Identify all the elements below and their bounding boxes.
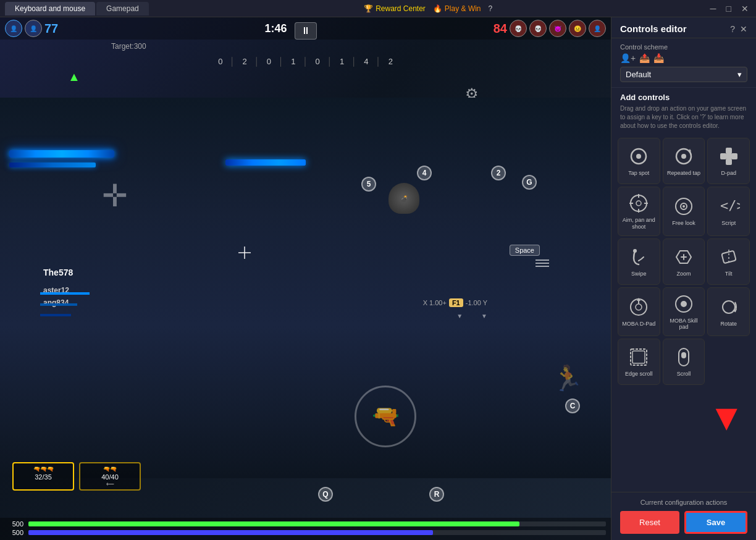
- scheme-icon-3[interactable]: 📥: [653, 53, 664, 63]
- space-button[interactable]: Space: [510, 245, 540, 256]
- avatar-5: 😈: [549, 20, 566, 37]
- control-zoom[interactable]: Zoom: [663, 238, 705, 285]
- kill-stat-sep4: │: [303, 57, 308, 66]
- controls-panel: Controls editor ? ✕ Control scheme 👤+ 📤 …: [611, 17, 756, 540]
- panel-close-icon[interactable]: ✕: [740, 24, 747, 34]
- svg-text:</>: </>: [720, 198, 740, 213]
- control-moba-skill-pad[interactable]: MOBA Skill pad: [663, 287, 705, 337]
- scheme-icons-row: 👤+ 📤 📥: [620, 53, 747, 63]
- zoom-icon: [673, 246, 695, 268]
- kill-stat-sep6: │: [351, 57, 356, 66]
- window-controls: ─ □ ✕: [708, 2, 751, 15]
- f1-badge: F1: [449, 298, 463, 307]
- tab-keyboard-mouse[interactable]: Keyboard and mouse: [5, 2, 95, 15]
- energy-track: [28, 530, 606, 535]
- tilt-icon: [718, 246, 740, 268]
- ammo-display: 🔫🔫🔫 32/35 🔫🔫 40/40 ⟵: [12, 462, 141, 491]
- moba-dpad-label: MOBA D-Pad: [622, 321, 655, 327]
- svg-rect-31: [632, 351, 645, 363]
- svg-point-28: [723, 301, 735, 313]
- bullet-circle: 🔫: [355, 386, 416, 447]
- team-right: 84 💀 💀 😈 😐 👤: [494, 20, 606, 37]
- score-red: 84: [494, 22, 507, 36]
- repeated-tap-icon: [673, 145, 695, 167]
- help-icon[interactable]: ?: [489, 4, 493, 13]
- add-controls-desc: Drag and drop an action on your game scr…: [620, 104, 747, 130]
- control-edge-scroll[interactable]: Edge scroll: [618, 339, 660, 385]
- script-label: Script: [721, 220, 736, 227]
- kill-stat-4: 1: [291, 57, 295, 66]
- control-rotate[interactable]: Rotate: [707, 287, 750, 337]
- dpad-control[interactable]: ✛: [102, 178, 128, 214]
- control-scroll[interactable]: Scroll: [663, 339, 705, 385]
- badge-q: Q: [318, 487, 333, 502]
- position-arrows: ▼▼: [456, 313, 487, 319]
- svg-rect-8: [726, 153, 732, 159]
- control-repeated-tap[interactable]: Repeated tap: [663, 138, 705, 184]
- badge-2: 2: [491, 166, 506, 180]
- grenade: 💣: [388, 183, 419, 214]
- scheme-icon-2[interactable]: 📤: [639, 53, 650, 63]
- kill-stat-7: 4: [364, 57, 368, 66]
- kill-stat-5: 0: [316, 57, 320, 66]
- scheme-icon-1[interactable]: 👤+: [620, 53, 636, 63]
- kill-stat-2: 2: [242, 57, 246, 66]
- ammo-1: 32/35: [19, 473, 68, 481]
- control-tap-spot[interactable]: Tap spot: [618, 138, 660, 184]
- badge-4: 4: [417, 166, 432, 180]
- edge-scroll-icon: [628, 346, 650, 368]
- soldier-icon: 🏃: [552, 364, 589, 401]
- maximize-icon[interactable]: □: [724, 2, 734, 15]
- control-script[interactable]: </> Script: [707, 187, 750, 236]
- control-tilt[interactable]: Tilt: [707, 238, 750, 285]
- reset-button[interactable]: Reset: [620, 511, 679, 534]
- minimize-icon[interactable]: ─: [708, 2, 719, 15]
- y-position: -1.00 Y: [466, 299, 487, 306]
- avatar-2: 👤: [25, 20, 42, 37]
- target-text: Target:300: [111, 42, 146, 51]
- panel-title: Controls editor: [620, 23, 687, 34]
- play-win[interactable]: 🔥 Play & Win: [433, 4, 481, 13]
- dpad-icon: [718, 145, 740, 167]
- panel-header: Controls editor ? ✕: [611, 17, 756, 38]
- team-left: 👤 👤 77: [5, 20, 58, 37]
- add-controls-title: Add controls: [620, 93, 747, 102]
- player-hp-bar-1: [40, 292, 90, 295]
- pause-button[interactable]: ⏸: [295, 22, 317, 40]
- footer-label: Current configuration actions: [620, 499, 747, 506]
- energy-bar-row: 500: [5, 529, 606, 536]
- svg-point-17: [682, 205, 685, 208]
- control-aim-pan-shoot[interactable]: Aim, pan and shoot: [618, 187, 660, 236]
- scroll-label: Scroll: [677, 371, 691, 378]
- neon-bar-3: [225, 159, 306, 166]
- control-free-look[interactable]: Free look: [663, 187, 705, 236]
- script-icon: </>: [718, 195, 740, 217]
- avatar-7: 👤: [589, 20, 606, 37]
- svg-point-27: [681, 301, 687, 307]
- reward-center[interactable]: 🏆 Reward Center: [364, 4, 426, 13]
- neon-bar-2: [9, 162, 96, 167]
- aim-pan-shoot-label: Aim, pan and shoot: [621, 217, 657, 230]
- save-button[interactable]: Save: [684, 511, 747, 534]
- tab-gamepad[interactable]: Gamepad: [96, 2, 149, 15]
- svg-rect-5: [726, 159, 732, 165]
- control-moba-dpad[interactable]: MOBA D-Pad: [618, 287, 660, 337]
- close-icon[interactable]: ✕: [739, 2, 751, 15]
- kill-stat-sep5: │: [327, 57, 332, 66]
- kill-stat-6: 1: [340, 57, 344, 66]
- scheme-select[interactable]: Default ▾: [620, 67, 747, 82]
- svg-point-19: [633, 249, 637, 253]
- scheme-row: Control scheme 👤+ 📤 📥 Default ▾: [611, 38, 756, 88]
- health-track: [28, 521, 606, 526]
- health-label: 500: [5, 520, 23, 528]
- kill-stat-sep2: │: [254, 57, 259, 66]
- kill-stat-sep7: │: [376, 57, 381, 66]
- swipe-icon: [628, 246, 650, 268]
- panel-help-icon[interactable]: ?: [730, 24, 735, 34]
- tab-group: Keyboard and mouse Gamepad: [5, 2, 149, 15]
- control-swipe[interactable]: Swipe: [618, 238, 660, 285]
- repeated-tap-label: Repeated tap: [667, 170, 700, 177]
- arrow-down-indicator: ▼: [708, 399, 745, 436]
- score-blue: 77: [44, 22, 58, 36]
- control-dpad[interactable]: D-pad: [707, 138, 750, 184]
